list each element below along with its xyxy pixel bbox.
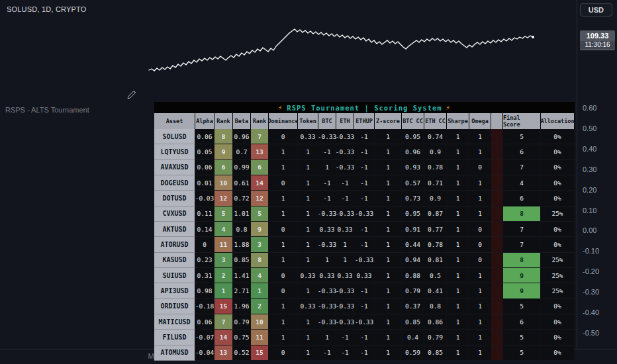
score-cell: 0.33 [318,222,336,237]
score-cell: 1 [375,253,402,268]
score-cell: 0 [469,222,491,237]
score-cell: 1 [447,314,469,330]
table-row: API3USD0.9812.71101-0.33-0.33-110.790.41… [154,283,575,298]
score-cell: 1 [469,206,491,222]
score-cell: 0.31 [195,268,214,283]
rank-cell: 14 [214,330,233,345]
score-cell: -1 [354,144,375,159]
final-score-cell: 5 [503,330,541,345]
score-cell: 1 [375,314,402,330]
score-cell: 0.33 [318,268,336,283]
currency-toggle-button[interactable]: USD [580,3,612,17]
price-axis[interactable]: 0.600.500.400.300.200.100.00-0.10-0.20-0… [577,0,617,349]
allocation-cell: 0% [541,144,575,159]
rank-cell: 4 [251,268,269,283]
separator-cell [491,314,503,330]
correlation-cell: 0.71 [424,175,447,191]
correlation-cell: 0.91 [402,222,424,237]
rank-cell: 7 [251,129,269,144]
table-row: ORDIUSD-0.18151.96210.33-0.33-0.33-110.3… [154,299,575,314]
drawing-cursor-icon [126,89,138,103]
correlation-cell: 0.79 [424,330,447,345]
final-score-cell: 6 [503,314,541,330]
allocation-cell: 25% [541,268,575,283]
separator-cell [491,299,503,314]
score-cell: -0.33 [336,206,354,222]
rank-cell: 3 [251,237,269,252]
correlation-cell: 0.88 [402,268,424,283]
score-cell: 2.71 [233,283,251,298]
final-score-cell: 6 [503,144,541,159]
score-cell: 1 [298,191,318,206]
score-cell: 1 [318,330,336,345]
final-score-cell: 5 [503,345,541,361]
score-cell: 1 [447,237,469,252]
table-body: SOLUSD0.0680.96700.33-0.33-0.33-110.950.… [154,129,575,361]
score-cell: 1 [469,144,491,159]
score-cell: 1 [269,206,298,222]
rank-cell: 1 [251,283,269,298]
score-cell: 0 [269,222,298,237]
indicator-label[interactable]: RSPS - ALTS Tournament [5,106,89,114]
score-cell: 1 [318,160,336,175]
separator-cell [491,330,503,345]
score-cell: 0.01 [195,175,214,191]
rank-cell: 10 [214,175,233,191]
header-cell: Z-score [375,113,402,129]
correlation-cell: 0.73 [402,191,424,206]
score-cell: 1 [447,253,469,268]
lightning-icon: ⚡ [278,104,283,111]
header-cell: Final Score [503,113,541,129]
score-cell: -0.33 [318,314,336,330]
asset-cell: KASUSD [154,253,195,268]
score-cell: -1 [354,222,375,237]
score-cell: 0.99 [233,160,251,175]
price-line [149,29,533,71]
table-row: MATICUSD0.0670.791011-0.33-0.33-0.3310.8… [154,314,575,330]
score-cell: 1 [447,175,469,191]
symbol-legend[interactable]: SOLUSD, 1D, CRYPTO [7,5,87,13]
correlation-cell: 0.57 [402,175,424,191]
score-cell: 1 [447,160,469,175]
score-cell: 1 [447,268,469,283]
price-axis-tick: -0.10 [583,247,599,255]
final-score-cell: 9 [503,268,541,283]
score-cell: 1 [298,175,318,191]
score-cell: 0.23 [195,253,214,268]
table-row: ATOMUSD-0.04130.521501-1-1-110.590.85115… [154,345,575,361]
score-cell: 1 [469,330,491,345]
table-title-text: RSPS Tournament | Scoring System [287,104,442,112]
separator-cell [491,206,503,222]
score-cell: 0.72 [233,191,251,206]
last-price-value: 109.33 [580,32,615,40]
allocation-cell: 0% [541,222,575,237]
score-cell: 0.85 [233,253,251,268]
table-row: SUIUSD0.3121.41400.330.330.330.3310.880.… [154,268,575,283]
final-score-cell: 5 [503,299,541,314]
allocation-cell: 0% [541,330,575,345]
correlation-cell: 0.87 [424,206,447,222]
score-cell: 1 [269,253,298,268]
score-cell: 1 [375,330,402,345]
score-cell: 0.75 [233,330,251,345]
score-cell: 0 [469,237,491,252]
allocation-cell: 0% [541,299,575,314]
score-cell: 0.05 [195,144,214,159]
score-cell: 1 [375,129,402,144]
asset-cell: LQTYUSD [154,144,195,159]
score-cell: -1 [354,299,375,314]
score-cell: 1 [298,283,318,298]
final-score-cell: 7 [503,222,541,237]
score-cell: 1 [447,299,469,314]
rank-cell: 5 [214,206,233,222]
table-row: KASUSD0.2330.8581111-0.3310.940.8110825% [154,253,575,268]
score-cell: 1 [469,283,491,298]
score-cell: 1 [447,283,469,298]
score-cell: 1 [298,237,318,252]
score-cell: 0.8 [233,222,251,237]
score-cell: 1 [298,206,318,222]
score-cell: -0.33 [336,129,354,144]
correlation-cell: 0.5 [424,268,447,283]
score-cell: -0.04 [195,345,214,361]
score-cell: 0.33 [336,222,354,237]
